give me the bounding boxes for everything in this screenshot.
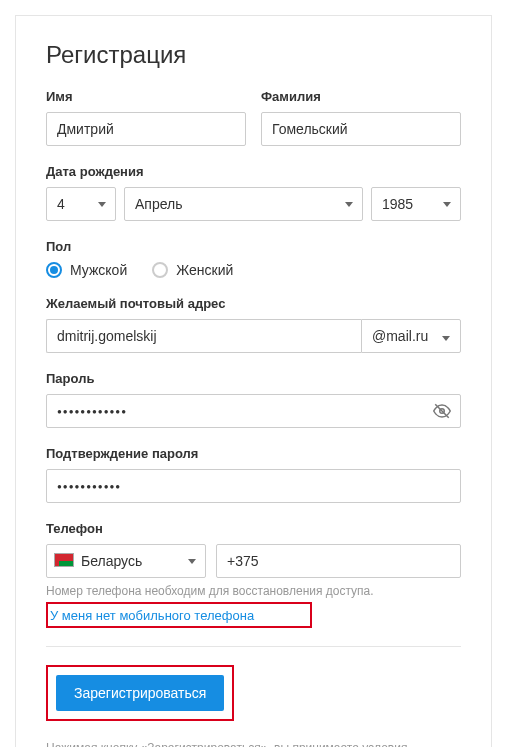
password-label: Пароль <box>46 371 461 386</box>
dob-year-value[interactable] <box>371 187 461 221</box>
phone-number-input[interactable] <box>216 544 461 578</box>
no-phone-highlight: У меня нет мобильного телефона <box>46 602 312 628</box>
page-title: Регистрация <box>46 41 461 69</box>
email-section: Желаемый почтовый адрес @mail.ru <box>46 296 461 353</box>
gender-female-radio[interactable]: Женский <box>152 262 233 278</box>
last-name-input[interactable] <box>261 112 461 146</box>
last-name-label: Фамилия <box>261 89 461 104</box>
password-confirm-section: Подтверждение пароля <box>46 446 461 503</box>
email-label: Желаемый почтовый адрес <box>46 296 461 311</box>
last-name-field: Фамилия <box>261 89 461 146</box>
phone-hint: Номер телефона необходим для восстановле… <box>46 584 461 598</box>
caret-down-icon <box>442 328 450 344</box>
password-input[interactable] <box>46 394 461 428</box>
radio-checked-icon <box>46 262 62 278</box>
eye-off-icon[interactable] <box>433 402 451 424</box>
password-confirm-input[interactable] <box>46 469 461 503</box>
gender-label: Пол <box>46 239 461 254</box>
gender-male-radio[interactable]: Мужской <box>46 262 127 278</box>
phone-country-select[interactable] <box>46 544 206 578</box>
terms-text: Нажимая кнопку «Зарегистрироваться», вы … <box>46 739 461 747</box>
submit-highlight: Зарегистрироваться <box>46 665 234 721</box>
phone-label: Телефон <box>46 521 461 536</box>
divider <box>46 646 461 647</box>
dob-label: Дата рождения <box>46 164 461 179</box>
terms-prefix: Нажимая кнопку «Зарегистрироваться», вы … <box>46 741 407 747</box>
gender-female-label: Женский <box>176 262 233 278</box>
email-domain-value: @mail.ru <box>372 328 428 344</box>
radio-unchecked-icon <box>152 262 168 278</box>
gender-male-label: Мужской <box>70 262 127 278</box>
dob-year-select[interactable] <box>371 187 461 221</box>
belarus-flag-icon <box>54 553 74 567</box>
submit-button[interactable]: Зарегистрироваться <box>56 675 224 711</box>
submit-section: Зарегистрироваться <box>46 665 461 721</box>
dob-day-value[interactable] <box>46 187 116 221</box>
dob-day-select[interactable] <box>46 187 116 221</box>
dob-month-select[interactable] <box>124 187 363 221</box>
password-section: Пароль <box>46 371 461 428</box>
gender-section: Пол Мужской Женский <box>46 239 461 278</box>
first-name-input[interactable] <box>46 112 246 146</box>
first-name-label: Имя <box>46 89 246 104</box>
email-input[interactable] <box>46 319 361 353</box>
email-domain-select[interactable]: @mail.ru <box>361 319 461 353</box>
phone-section: Телефон Номер телефона необходим для вос… <box>46 521 461 628</box>
registration-panel: Регистрация Имя Фамилия Дата рождения <box>15 15 492 747</box>
dob-section: Дата рождения <box>46 164 461 221</box>
dob-month-value[interactable] <box>124 187 363 221</box>
password-confirm-label: Подтверждение пароля <box>46 446 461 461</box>
no-phone-link[interactable]: У меня нет мобильного телефона <box>50 608 254 623</box>
first-name-field: Имя <box>46 89 246 146</box>
name-row: Имя Фамилия <box>46 89 461 146</box>
